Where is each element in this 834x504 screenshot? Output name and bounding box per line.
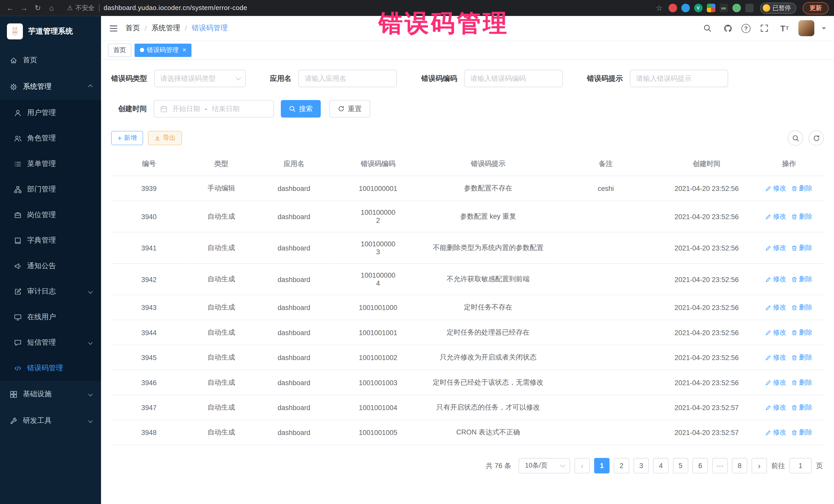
profile-paused-badge[interactable]: 已暂停 [760,2,796,14]
forward-icon[interactable]: → [19,3,29,13]
delete-link[interactable]: 删除 [792,303,812,312]
breadcrumb-system[interactable]: 系统管理 [151,23,180,33]
extension-icon-leaf[interactable] [732,4,741,12]
chevron-up-icon [88,84,93,89]
delete-link[interactable]: 删除 [792,212,812,221]
help-icon[interactable]: ? [741,24,750,32]
sidebar-item-user-mgmt[interactable]: 用户管理 [0,100,101,126]
error-code-input[interactable] [464,70,562,87]
cell-hint: 不允许获取敏感配置到前端 [424,264,552,295]
edit-link[interactable]: 修改 [766,303,786,312]
reload-icon[interactable]: ↻ [33,3,43,13]
sidebar-item-dict-mgmt[interactable]: 字典管理 [0,227,101,253]
breadcrumb-separator: / [145,24,147,32]
cell-hint: 定时任务不存在 [424,295,552,320]
sidebar-item-error-code[interactable]: 错误码管理 [0,355,101,381]
reset-button[interactable]: 重置 [329,100,370,117]
extension-icon-grid[interactable] [707,4,715,12]
page-size-value: 10条/页 [525,461,548,470]
cell-id: 3947 [111,395,186,420]
app-name-input[interactable] [299,70,397,87]
sidebar-item-audit-log[interactable]: 审计日志 [0,279,101,304]
error-hint-input[interactable] [630,70,728,87]
error-type-select[interactable]: 请选择错误码类型 [154,70,246,87]
browser-home-icon[interactable]: ⌂ [47,3,56,13]
prev-page-icon[interactable]: ‹ [575,458,590,474]
page-button-4[interactable]: 4 [653,458,668,474]
delete-link[interactable]: 删除 [792,353,812,362]
extensions-puzzle-icon[interactable] [745,4,753,12]
update-button[interactable]: 更新 [803,2,829,14]
cell-time: 2021-04-20 23:52:56 [659,295,754,320]
page-button-5[interactable]: 5 [673,458,688,474]
security-indicator[interactable]: ⚠ 不安全 [67,3,94,12]
page-button-1[interactable]: 1 [594,458,610,474]
page-button-8[interactable]: 8 [732,458,747,474]
sidebar-item-label: 短信管理 [27,338,56,347]
edit-link[interactable]: 修改 [766,353,786,362]
sidebar-item-menu-mgmt[interactable]: 菜单管理 [0,151,101,177]
extension-icon-on[interactable]: on [719,4,728,12]
delete-link[interactable]: 删除 [792,428,812,437]
url-bar[interactable]: dashboard.yudao.iocoder.cn/system/error-… [104,4,247,12]
add-button[interactable]: + 新增 [111,131,143,145]
github-icon[interactable] [721,22,734,35]
next-page-icon[interactable]: › [752,458,767,474]
sidebar-item-post-mgmt[interactable]: 岗位管理 [0,202,101,227]
search-button[interactable]: 搜索 [281,100,321,117]
hamburger-icon[interactable] [109,24,118,32]
delete-link[interactable]: 删除 [792,275,812,284]
edit-link[interactable]: 修改 [766,184,786,193]
edit-link[interactable]: 修改 [766,243,786,252]
edit-link[interactable]: 修改 [766,378,786,387]
edit-link[interactable]: 修改 [766,212,786,221]
avatar-dropdown-caret-icon[interactable] [822,27,826,29]
page-size-select[interactable]: 10条/页 [519,458,570,474]
bookmark-star-icon[interactable]: ☆ [654,3,664,13]
date-range-picker[interactable]: 开始日期 - 结束日期 [154,100,274,117]
delete-link[interactable]: 删除 [792,243,812,252]
fullscreen-icon[interactable] [758,22,771,35]
sidebar-item-role-mgmt[interactable]: 角色管理 [0,126,101,151]
table-row: 3939 手动编辑 dashboard 1001000001 参数配置不存在 c… [111,176,824,201]
edit-link[interactable]: 修改 [766,275,786,284]
extension-icon-blue[interactable] [681,4,689,12]
cell-hint: 只允许修改为开启或者关闭状态 [424,345,552,370]
delete-link[interactable]: 删除 [792,328,812,337]
export-button[interactable]: 导出 [148,131,182,145]
header-search-icon[interactable] [701,22,714,35]
cell-type: 自动生成 [187,232,256,264]
edit-link[interactable]: 修改 [766,403,786,412]
toggle-search-icon[interactable] [788,130,803,146]
page-button-2[interactable]: 2 [614,458,629,474]
goto-page-input[interactable] [789,458,812,474]
delete-link[interactable]: 删除 [792,378,812,387]
edit-doc-icon [13,287,22,295]
sidebar-item-sms-mgmt[interactable]: 短信管理 [0,330,101,355]
page-button-3[interactable]: 3 [634,458,649,474]
extension-icon-red[interactable] [668,4,677,12]
close-tab-icon[interactable]: × [182,46,186,53]
cell-hint: CRON 表达式不正确 [424,420,552,445]
sidebar-item-home[interactable]: 首页 [0,47,101,73]
page-button-6[interactable]: 6 [693,458,708,474]
extension-icon-green-v[interactable]: V [694,4,702,12]
sidebar-item-dev-tools[interactable]: 研发工具 [0,408,101,434]
tab-home[interactable]: 首页 [108,43,131,57]
breadcrumb-home[interactable]: 首页 [126,23,140,33]
sidebar-item-system-mgmt[interactable]: 系统管理 [0,73,101,100]
edit-link[interactable]: 修改 [766,428,786,437]
refresh-table-icon[interactable] [809,130,824,146]
user-avatar[interactable] [798,20,814,36]
back-icon[interactable]: ← [5,3,15,13]
sidebar-item-online-users[interactable]: 在线用户 [0,304,101,330]
more-pages-icon[interactable]: ··· [712,458,727,474]
font-size-icon[interactable]: TT [778,22,791,35]
delete-link[interactable]: 删除 [792,184,812,193]
sidebar-item-dept-mgmt[interactable]: 部门管理 [0,177,101,202]
delete-link[interactable]: 删除 [792,403,812,412]
tab-error-code[interactable]: 错误码管理 × [134,43,192,57]
sidebar-item-infrastructure[interactable]: 基础设施 [0,381,101,408]
edit-link[interactable]: 修改 [766,328,786,337]
sidebar-item-notice[interactable]: 通知公告 [0,253,101,279]
